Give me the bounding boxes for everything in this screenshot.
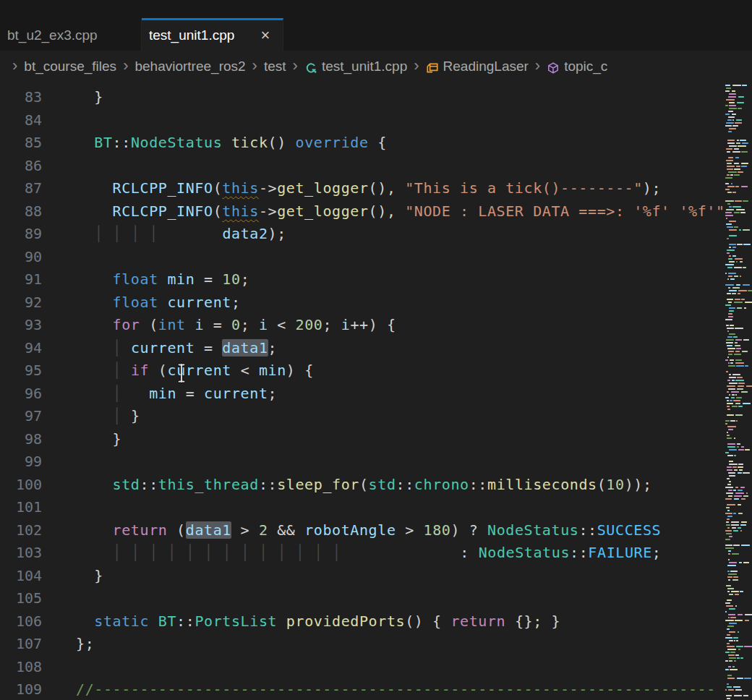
line-number[interactable]: 92	[0, 291, 42, 315]
code-line[interactable]: 83 }	[0, 86, 725, 109]
code-line[interactable]: 94 │ current = data1;	[0, 337, 725, 360]
line-number[interactable]: 83	[0, 86, 42, 109]
code-line[interactable]: 103 │ │ │ │ │ │ │ │ │ │ │ │ │ : NodeStat…	[0, 542, 725, 565]
line-number[interactable]: 105	[0, 587, 42, 610]
code-line[interactable]: 99	[0, 451, 725, 474]
line-number[interactable]: 86	[0, 155, 42, 178]
method-icon	[547, 61, 560, 74]
line-number[interactable]: 101	[0, 496, 42, 519]
line-number[interactable]: 107	[0, 633, 42, 656]
line-number[interactable]: 94	[0, 337, 42, 360]
code-line[interactable]: 96 │ min = current;	[0, 383, 725, 406]
line-number[interactable]: 98	[0, 428, 42, 451]
code-line[interactable]: 84	[0, 109, 725, 132]
code-line[interactable]: 101	[0, 496, 725, 519]
line-number[interactable]: 106	[0, 610, 42, 633]
code-text: }	[42, 565, 103, 588]
code-line[interactable]: 97 │ }	[0, 405, 725, 428]
line-number[interactable]: 103	[0, 542, 42, 565]
breadcrumb-item-ReadingLaser[interactable]: ReadingLaser	[443, 59, 529, 74]
code-text: RCLCPP_INFO(this->get_logger(), "NODE : …	[42, 200, 725, 223]
tab-label: bt_u2_ex3.cpp	[7, 27, 98, 43]
code-line[interactable]: 91 float min = 10;	[0, 268, 725, 291]
code-text	[42, 109, 76, 132]
minimap[interactable]	[725, 82, 752, 700]
code-line[interactable]: 108	[0, 656, 725, 679]
tab-label: test_unit1.cpp	[149, 27, 234, 43]
code-line[interactable]: 98 }	[0, 428, 725, 451]
code-text: float current;	[42, 291, 241, 315]
tab-bar: bt_u2_ex3.cpp test_unit1.cpp ×	[0, 18, 752, 51]
code-text	[42, 587, 76, 610]
code-text: RCLCPP_INFO(this->get_logger(), "This is…	[42, 177, 661, 200]
line-number[interactable]: 100	[0, 474, 42, 497]
line-number[interactable]: 88	[0, 200, 42, 223]
line-number[interactable]: 97	[0, 405, 42, 428]
code-text: │ min = current;	[42, 383, 277, 406]
line-number[interactable]: 102	[0, 519, 42, 542]
code-text: │ }	[42, 405, 140, 428]
chevron-right-icon: ›	[293, 58, 298, 76]
line-number[interactable]: 109	[0, 678, 42, 700]
code-text: float min = 10;	[42, 268, 249, 291]
code-line[interactable]: 86	[0, 155, 725, 178]
breadcrumb-item-bt_course_files[interactable]: bt_course_files	[24, 59, 116, 74]
line-number[interactable]: 104	[0, 565, 42, 588]
chevron-right-icon: ›	[414, 58, 419, 76]
line-number[interactable]: 89	[0, 223, 42, 246]
line-number[interactable]: 96	[0, 383, 42, 406]
code-text	[42, 246, 76, 269]
line-number[interactable]: 87	[0, 177, 42, 200]
code-line[interactable]: 90	[0, 246, 725, 269]
line-number[interactable]: 99	[0, 451, 42, 474]
editor: 83 }8485 BT::NodeStatus tick() override …	[0, 82, 752, 700]
line-number[interactable]: 84	[0, 109, 42, 132]
code-text: //--------------------------------------…	[42, 678, 716, 700]
line-number[interactable]: 91	[0, 268, 42, 291]
breadcrumb-item-topic_c[interactable]: topic_c	[564, 59, 607, 74]
code-area[interactable]: 83 }8485 BT::NodeStatus tick() override …	[0, 82, 725, 700]
code-line[interactable]: 109//-----------------------------------…	[0, 678, 725, 700]
line-number[interactable]: 85	[0, 132, 42, 155]
chevron-right-icon: ›	[123, 58, 128, 76]
breadcrumb-item-test[interactable]: test	[264, 59, 286, 74]
vscode-window: bt_u2_ex3.cpp test_unit1.cpp × › bt_cour…	[0, 0, 752, 700]
line-number[interactable]: 93	[0, 314, 42, 337]
code-text: static BT::PortsList providedPorts() { r…	[42, 610, 560, 633]
code-line[interactable]: 104 }	[0, 565, 725, 588]
code-line[interactable]: 106 static BT::PortsList providedPorts()…	[0, 610, 725, 633]
code-line[interactable]: 88 RCLCPP_INFO(this->get_logger(), "NODE…	[0, 200, 725, 223]
breadcrumb-item-behaviortree_ros2[interactable]: behaviortree_ros2	[134, 59, 245, 74]
code-line[interactable]: 107};	[0, 633, 725, 656]
code-text	[42, 451, 76, 474]
code-text: │ │ │ │ data2);	[42, 223, 286, 246]
chevron-right-icon: ›	[252, 58, 257, 76]
code-text	[42, 496, 76, 519]
code-line[interactable]: 95 │ if (current < min) {	[0, 359, 725, 383]
tab-test_unit1[interactable]: test_unit1.cpp ×	[142, 18, 283, 51]
code-line[interactable]: 92 float current;	[0, 291, 725, 315]
code-text: }	[42, 428, 121, 451]
cpp-file-icon	[304, 61, 317, 74]
code-text: BT::NodeStatus tick() override {	[42, 132, 387, 155]
code-line[interactable]: 87 RCLCPP_INFO(this->get_logger(), "This…	[0, 177, 725, 200]
breadcrumb: › bt_course_files › behaviortree_ros2 › …	[0, 51, 752, 82]
code-text	[42, 155, 76, 178]
code-line[interactable]: 102 return (data1 > 2 && robotAngle > 18…	[0, 519, 725, 542]
code-line[interactable]: 89 │ │ │ │ data2);	[0, 223, 725, 246]
line-number[interactable]: 90	[0, 246, 42, 269]
tab-bt_u2_ex3[interactable]: bt_u2_ex3.cpp	[0, 18, 142, 51]
code-text: │ │ │ │ │ │ │ │ │ │ │ │ │ : NodeStatus::…	[42, 542, 662, 565]
code-text: };	[42, 633, 94, 656]
code-line[interactable]: 100 std::this_thread::sleep_for(std::chr…	[0, 474, 725, 497]
close-icon[interactable]: ×	[257, 27, 274, 44]
class-icon	[426, 61, 439, 74]
code-line[interactable]: 105	[0, 587, 725, 610]
breadcrumb-item-test_unit1-cpp[interactable]: test_unit1.cpp	[322, 59, 407, 74]
code-line[interactable]: 85 BT::NodeStatus tick() override {	[0, 132, 725, 155]
code-line[interactable]: 93 for (int i = 0; i < 200; i++) {	[0, 314, 725, 337]
line-number[interactable]: 95	[0, 359, 42, 383]
line-number[interactable]: 108	[0, 656, 42, 679]
titlebar	[0, 0, 752, 18]
code-text: return (data1 > 2 && robotAngle > 180) ?…	[42, 519, 661, 542]
